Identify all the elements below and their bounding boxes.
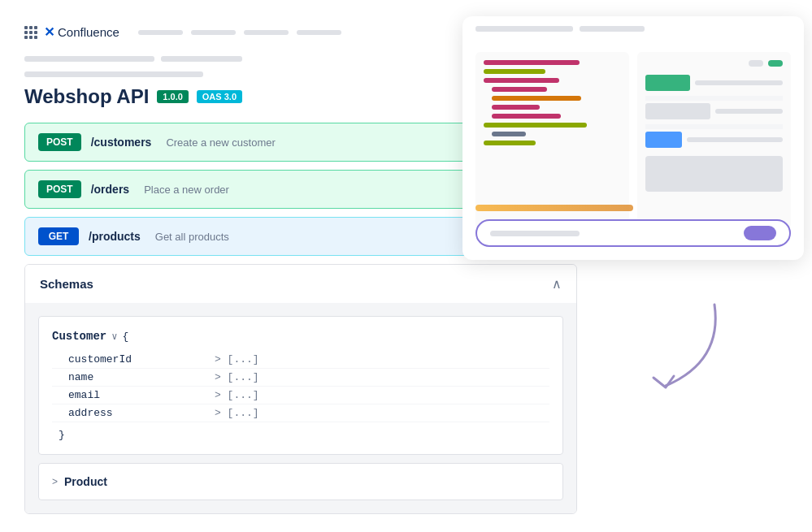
preview-panel [637,52,791,229]
preview-spacer [645,124,783,129]
schemas-title: Schemas [40,277,93,291]
schema-brace-open: { [122,331,128,343]
version-badge: 1.0.0 [157,90,188,103]
code-line [484,141,536,145]
preview-top-dots [645,60,783,67]
method-get-badge: GET [38,227,79,245]
schemas-section: Schemas ∧ Customer ∨ { customerId > [...… [24,264,577,514]
product-expand-icon[interactable]: > [52,476,58,487]
field-name: name [68,371,150,383]
schema-header: Customer ∨ { [52,330,549,343]
right-panel [462,16,804,260]
decorative-arrow [633,296,731,402]
endpoint-path: /products [89,230,141,243]
preview-text-line [695,80,783,85]
arrow-container [633,296,731,402]
field-name: email [68,389,150,401]
api-title: Webshop API [24,85,149,108]
code-line [484,60,580,65]
field-value: > [...] [215,407,259,419]
search-bar[interactable] [475,219,791,247]
nav-line [138,30,183,35]
nav-line [297,30,341,35]
field-value: > [...] [215,353,259,365]
preview-block-blue [645,132,682,148]
code-line [492,96,581,101]
preview-dot [749,60,763,67]
search-bar-container [475,219,791,247]
preview-row-blue [645,132,783,148]
field-name: customerId [68,353,150,365]
schema-field-customerid: customerId > [...] [52,351,549,369]
code-line [484,123,587,128]
chevron-up-icon: ∧ [552,276,562,292]
search-button[interactable] [744,226,776,240]
endpoint-path: /customers [91,136,152,149]
code-line [492,87,547,92]
schemas-body: Customer ∨ { customerId > [...] name > [… [25,303,576,513]
nav-line [191,30,236,35]
preview-text-line [715,109,783,114]
schema-expand-icon[interactable]: ∨ [111,331,117,343]
oas-badge: OAS 3.0 [197,90,242,103]
schema-field-address: address > [...] [52,404,549,422]
endpoint-left: GET /products Get all products [38,227,229,245]
schema-field-email: email > [...] [52,387,549,404]
nav-line [244,30,289,35]
preview-image-placeholder [645,156,783,192]
code-line [492,114,561,119]
preview-row-gray [645,103,783,119]
preview-block-gray [645,103,710,119]
panel-header-line [580,26,645,32]
schemas-header[interactable]: Schemas ∧ [25,265,576,303]
search-input-placeholder [490,231,580,236]
preview-dot-active [768,60,783,67]
code-editor-panel [475,52,629,229]
schema-name: Customer [52,330,106,343]
endpoint-left: POST /orders Place a new order [38,180,229,198]
product-schema-name: Product [64,475,107,488]
schema-brace-close: } [52,422,549,441]
breadcrumb-line-2 [161,56,242,62]
panel-content [475,52,791,229]
preview-row-green [645,75,783,91]
method-post-badge: POST [38,133,81,151]
gradient-bar [475,205,629,211]
preview-text-line [687,137,783,142]
grid-menu-icon[interactable] [24,26,37,39]
confluence-logo[interactable]: ✕ Confluence [44,24,119,40]
endpoint-description: Create a new customer [166,136,275,149]
confluence-x-icon: ✕ [44,24,54,40]
code-line [484,69,545,74]
header-nav-lines [138,30,341,35]
field-value: > [...] [215,371,259,383]
endpoint-path: /orders [91,183,129,196]
endpoint-description: Get all products [155,231,229,243]
confluence-name: Confluence [58,25,119,39]
product-schema-box[interactable]: > Product [38,463,563,500]
method-post-badge: POST [38,180,81,198]
customer-schema-box: Customer ∨ { customerId > [...] name > [… [38,316,563,455]
breadcrumb-line-1 [24,56,154,62]
field-value: > [...] [215,389,259,401]
panel-header [475,26,791,32]
preview-spacer [645,96,783,101]
preview-block-green [645,75,690,91]
schema-field-name: name > [...] [52,369,549,387]
breadcrumb-line-3 [24,71,203,77]
panel-header-line [475,26,573,32]
endpoint-left: POST /customers Create a new customer [38,133,276,151]
field-name: address [68,407,150,419]
code-line [492,105,540,110]
endpoint-description: Place a new order [144,184,229,196]
code-line [484,78,559,83]
code-line [492,132,526,136]
